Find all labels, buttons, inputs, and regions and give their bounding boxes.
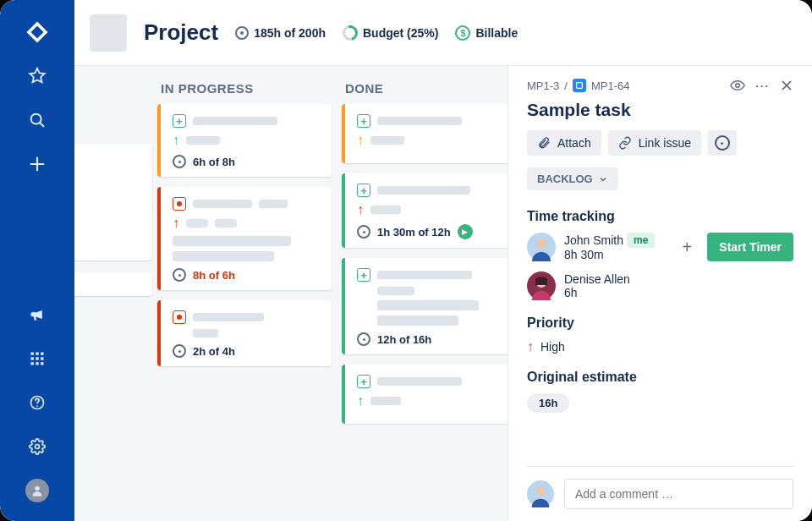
sidebar [0,0,74,521]
arrow-up-icon: ↑ [173,133,179,148]
svg-rect-9 [41,357,43,359]
breadcrumb[interactable]: MP1-3 / MP1-64 [527,79,629,92]
user-avatar[interactable] [17,470,58,511]
play-icon[interactable]: ▶ [458,224,473,239]
star-icon[interactable] [17,56,58,96]
subtask-icon: + [357,375,370,388]
target-icon [173,155,186,168]
placeholder-line [193,117,277,125]
status-label: BACKLOG [537,173,593,185]
svg-rect-6 [41,353,43,355]
card-time-text: 12h of 16h [377,333,431,346]
me-badge: me [627,233,655,248]
bug-icon [173,310,186,324]
arrow-up-icon: ↑ [357,393,364,409]
priority-heading: Priority [527,315,793,331]
card-time-text: 8h of 6h [193,269,235,282]
assignee-name: John Smith [564,233,623,247]
close-icon[interactable] [780,79,793,92]
target-icon [235,26,249,40]
placeholder-line [215,219,237,228]
board-card[interactable]: + ↑ [342,365,508,424]
placeholder-line [193,200,252,208]
board-card[interactable]: 2h of 4h [157,300,332,366]
board-card[interactable]: + ↑ 1h 30m of 12h▶ [342,173,508,248]
breadcrumb-id[interactable]: MP1-64 [591,80,630,92]
peek-card[interactable] [74,272,152,296]
attach-button[interactable]: Attach [527,130,601,156]
placeholder-line [370,206,401,214]
billable-label: Billable [475,26,518,40]
placeholder-line [173,251,274,261]
assignee-avatar[interactable] [527,271,556,300]
arrow-up-icon: ↑ [357,133,364,148]
more-icon[interactable]: ··· [755,80,770,92]
target-icon [357,332,370,346]
svg-rect-12 [41,362,43,365]
card-priority-stripe [157,300,161,366]
help-icon[interactable] [17,382,58,423]
task-title[interactable]: Sample task [527,100,793,120]
placeholder-line [377,186,470,195]
arrow-up-icon: ↑ [357,202,364,217]
svg-rect-7 [31,357,34,359]
comment-input[interactable] [564,479,793,509]
assignee-avatar[interactable] [527,233,556,261]
column-in-progress: IN PROGRESS + ↑ 6h of 8h ↑ [157,81,332,376]
budget-stat: Budget (25%) [343,25,438,41]
task-detail-panel: MP1-3 / MP1-64 ··· Sample task Att [508,66,812,521]
kanban-board: IN PROGRESS + ↑ 6h of 8h ↑ [74,66,508,521]
svg-rect-10 [31,362,34,365]
card-priority-stripe [342,365,345,424]
breadcrumb-parent[interactable]: MP1-3 [527,80,559,92]
placeholder-line [377,377,462,386]
svg-point-23 [535,486,545,496]
placeholder-line [370,136,404,145]
estimate-pill[interactable]: 16h [527,393,569,413]
megaphone-icon[interactable] [17,294,58,335]
search-icon[interactable] [17,100,58,140]
board-card[interactable]: + ↑ 6h of 8h [157,104,332,177]
placeholder-line [259,200,288,208]
priority-value-row[interactable]: ↑ High [527,339,793,354]
assignee-time: 6h [564,286,630,299]
link-issue-label: Link issue [639,136,691,150]
settings-icon[interactable] [17,426,58,467]
extra-action-button[interactable] [708,130,737,156]
watch-icon[interactable] [730,78,745,93]
card-time-text: 6h of 8h [193,156,235,168]
column-title: IN PROGRESS [157,81,332,96]
plus-icon[interactable] [17,144,58,184]
svg-point-15 [36,445,40,449]
project-title: Project [144,19,218,46]
svg-point-18 [736,84,740,88]
card-priority-stripe [342,173,345,248]
placeholder-line [370,397,401,405]
placeholder-line [186,219,208,228]
atlassian-icon[interactable] [17,12,58,52]
arrow-up-icon: ↑ [173,216,179,231]
column-done: DONE + ↑ + ↑ 1h 30m of 12h▶ [342,81,508,434]
assignee-time: 8h 30m [564,248,655,261]
link-issue-button[interactable]: Link issue [608,130,701,156]
peek-card[interactable] [74,144,152,260]
grid-apps-icon[interactable] [17,338,58,379]
budget-ring-icon [340,22,361,43]
add-assignee-button[interactable]: + [673,233,700,260]
board-card[interactable]: + ↑ [342,104,508,163]
placeholder-line [186,136,220,145]
board-card[interactable]: ↑ 8h of 6h [157,187,332,290]
project-avatar[interactable] [90,14,127,52]
placeholder-line [377,300,479,310]
status-dropdown[interactable]: BACKLOG [527,167,618,190]
subtask-icon: + [173,114,186,128]
placeholder-line [377,117,462,125]
start-timer-button[interactable]: Start Timer [707,233,793,261]
subtask-icon: + [357,268,370,282]
estimate-heading: Original estimate [527,370,793,385]
subtask-icon: + [357,114,370,128]
svg-rect-5 [36,353,38,355]
board-card[interactable]: + 12h of 16h [342,258,508,354]
breadcrumb-sep: / [564,80,568,92]
placeholder-line [377,287,414,295]
